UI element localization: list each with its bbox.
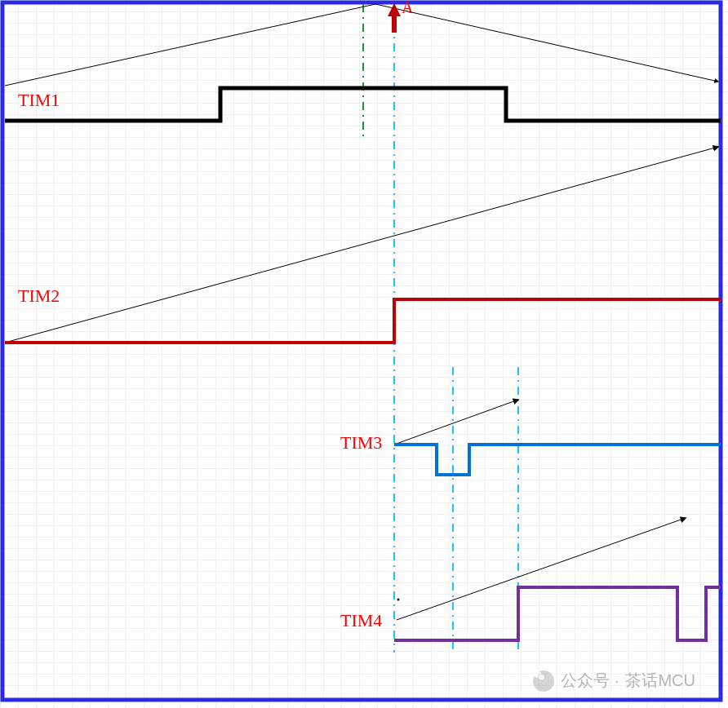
watermark-prefix: 公众号 · [561,670,619,692]
wechat-icon [533,670,554,692]
diagram-stage: A TIM1 TIM2 TIM3 TIM4 公众号 · 茶话MCU [0,0,728,708]
label-tim4: TIM4 [340,610,382,631]
diagram-svg [0,0,728,708]
annotation-a: A [402,0,413,17]
watermark-name: 茶话MCU [625,670,695,692]
label-tim2: TIM2 [18,285,60,307]
label-tim3: TIM3 [340,432,382,454]
label-tim1: TIM1 [18,90,60,111]
tim4-tickdot [397,599,400,601]
watermark: 公众号 · 茶话MCU [533,670,695,692]
